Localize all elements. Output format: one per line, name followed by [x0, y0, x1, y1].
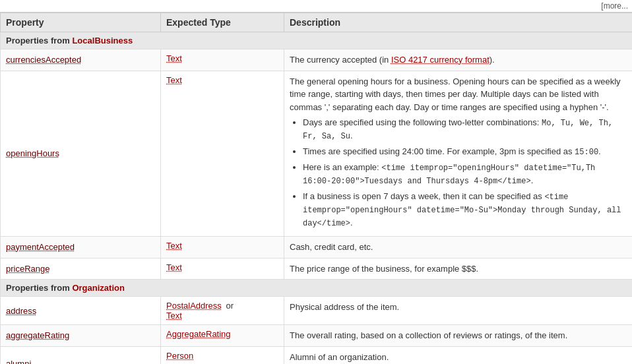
table-row: openingHours Text The general opening ho… — [1, 71, 633, 237]
expected-type-header: Expected Type — [161, 13, 284, 32]
text-type-link-2[interactable]: Text — [166, 75, 182, 85]
table-row: address PostalAddress or Text Physical a… — [1, 297, 633, 325]
property-cell: openingHours — [1, 71, 161, 237]
property-cell: aggregateRating — [1, 325, 161, 347]
list-item: If a business is open 7 days a week, the… — [303, 190, 627, 229]
aggregate-rating-link[interactable]: aggregateRating — [6, 330, 69, 340]
section-label-localbusiness: Properties from — [6, 36, 72, 46]
description-cell: Physical address of the item. — [284, 297, 633, 325]
table-row: priceRange Text The price range of the b… — [1, 258, 633, 280]
property-cell: paymentAccepted — [1, 237, 161, 258]
type-cell: AggregateRating — [161, 325, 284, 347]
person-type-link[interactable]: Person — [166, 351, 193, 361]
type-cell: PostalAddress or Text — [161, 297, 284, 325]
type-cell: Text — [161, 237, 284, 258]
text-type-link-5[interactable]: Text — [166, 311, 182, 320]
property-cell: currenciesAccepted — [1, 49, 161, 71]
iso4217-link[interactable]: ISO 4217 currency format — [391, 55, 490, 65]
description-cell: The price range of the business, for exa… — [284, 258, 633, 280]
top-bar: [more... — [0, 0, 632, 13]
localbusiness-link[interactable]: LocalBusiness — [72, 36, 133, 46]
text-type-link[interactable]: Text — [166, 53, 182, 63]
description-cell-opening-hours: The general opening hours for a business… — [284, 71, 633, 237]
text-type-link-4[interactable]: Text — [166, 262, 182, 272]
postal-address-link[interactable]: PostalAddress — [166, 301, 222, 311]
description-cell: The currency accepted (in ISO 4217 curre… — [284, 49, 633, 71]
table-row: currenciesAccepted Text The currency acc… — [1, 49, 633, 71]
list-item: Here is an example: <time itemprop="open… — [303, 161, 627, 187]
opening-hours-list: Days are specified using the following t… — [303, 116, 627, 229]
or-text: or — [224, 301, 234, 311]
type-cell: Text — [161, 71, 284, 237]
text-type-link-3[interactable]: Text — [166, 241, 182, 251]
price-range-link[interactable]: priceRange — [6, 264, 50, 274]
description-header: Description — [284, 13, 633, 32]
table-row: alumni Person Alumni of an organization.… — [1, 346, 633, 364]
organization-link[interactable]: Organization — [72, 283, 124, 293]
property-cell: alumni — [1, 346, 161, 364]
type-cell: Text — [161, 258, 284, 280]
section-header-organization: Properties from Organization — [1, 280, 633, 297]
description-cell: Cash, credit card, etc. — [284, 237, 633, 258]
opening-hours-link[interactable]: openingHours — [6, 148, 59, 158]
property-cell: address — [1, 297, 161, 325]
section-label-organization: Properties from — [6, 283, 72, 293]
opening-hours-intro: The general opening hours for a business… — [290, 76, 621, 112]
description-cell: The overall rating, based on a collectio… — [284, 325, 633, 347]
description-cell-alumni: Alumni of an organization. Inverse prope… — [284, 346, 633, 364]
section-header-localbusiness: Properties from LocalBusiness — [1, 32, 633, 49]
currencies-accepted-link[interactable]: currenciesAccepted — [6, 55, 81, 65]
list-item: Times are specified using 24:00 time. Fo… — [303, 145, 627, 158]
property-header: Property — [1, 13, 161, 32]
type-cell: Text — [161, 49, 284, 71]
property-cell: priceRange — [1, 258, 161, 280]
aggregate-rating-type-link[interactable]: AggregateRating — [166, 329, 231, 339]
table-row: paymentAccepted Text Cash, credit card, … — [1, 237, 633, 258]
alumni-link[interactable]: alumni — [6, 359, 31, 365]
type-cell: Person — [161, 346, 284, 364]
list-item: Days are specified using the following t… — [303, 116, 627, 142]
payment-accepted-link[interactable]: paymentAccepted — [6, 242, 75, 252]
table-row: aggregateRating AggregateRating The over… — [1, 325, 633, 347]
address-link[interactable]: address — [6, 306, 36, 316]
